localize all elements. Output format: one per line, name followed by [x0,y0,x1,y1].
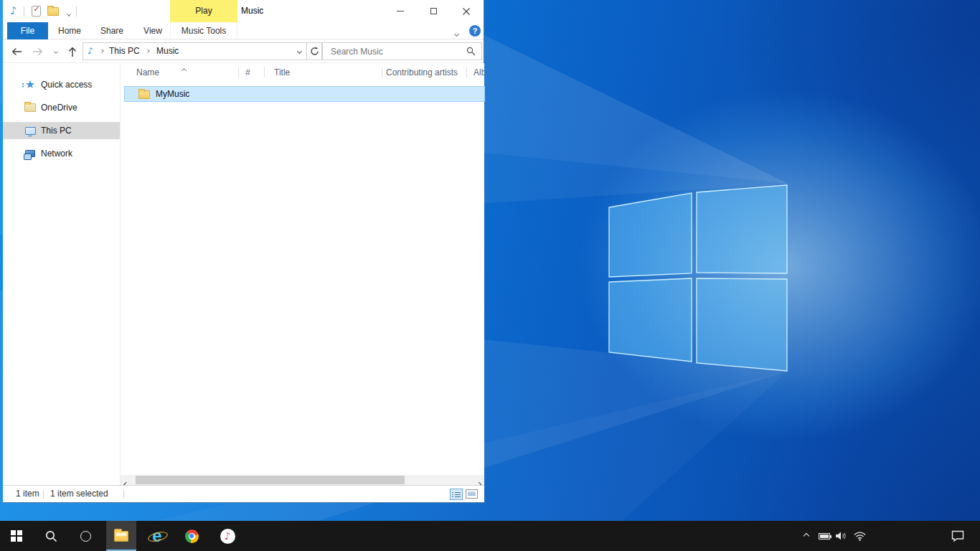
column-header-album[interactable]: Alb [473,63,486,82]
new-folder-icon[interactable] [47,7,59,16]
chevron-right-icon[interactable] [100,49,104,53]
sidebar-item-onedrive[interactable]: OneDrive [3,99,120,116]
refresh-icon [310,47,319,56]
up-button[interactable] [63,39,82,63]
back-icon [11,47,22,56]
file-row-mymusic[interactable]: MyMusic [124,86,485,102]
breadcrumb-this-pc[interactable]: This PC [109,43,140,60]
column-header-title[interactable]: Title [274,63,290,82]
horizontal-scrollbar[interactable] [121,475,484,485]
cortana-icon [80,531,91,542]
sidebar-item-this-pc[interactable]: This PC [3,122,120,139]
status-bar: 1 item 1 item selected [3,485,484,502]
customize-quick-access-toolbar-button[interactable] [65,8,72,18]
properties-icon[interactable]: ✓ [32,6,41,17]
battery-icon[interactable] [816,521,832,551]
title-bar: ♪ ✓ Play Music [3,0,484,22]
back-button[interactable] [7,39,26,63]
column-separator[interactable] [382,67,382,78]
internet-explorer-icon: e [146,526,168,546]
details-view-button[interactable] [450,489,463,500]
action-center-icon [951,530,964,542]
item-count: 1 item [16,486,39,502]
sidebar-item-quick-access[interactable]: ★ Quick access [3,76,120,93]
folder-icon [138,90,150,99]
search-box[interactable] [321,42,482,60]
taskbar: e ♪ [0,521,980,551]
onedrive-folder-icon [24,101,37,114]
file-explorer-icon [114,531,128,542]
search-icon [466,47,476,56]
expand-ribbon-button[interactable] [455,28,458,38]
tab-file[interactable]: File [7,22,48,39]
column-header-number[interactable]: # [245,63,250,82]
help-button[interactable]: ? [469,25,481,37]
minimize-button[interactable] [384,0,417,22]
tray-expand-button[interactable] [798,521,815,551]
search-icon [45,530,57,542]
music-note-icon: ♪ [88,46,93,56]
window-title: Music [241,0,263,22]
up-icon [68,46,77,57]
sort-ascending-icon [182,68,187,73]
close-button[interactable] [450,0,483,22]
column-separator[interactable] [264,67,265,78]
action-center-button[interactable] [948,521,967,551]
music-note-icon: ♪ [10,4,17,17]
tab-share[interactable]: Share [91,22,133,39]
itunes-icon: ♪ [220,529,235,544]
recent-locations-button[interactable] [50,39,62,63]
breadcrumb-music[interactable]: Music [156,43,179,60]
wifi-icon[interactable] [851,521,868,551]
taskbar-chrome-button[interactable] [175,521,208,551]
navigation-bar: ♪ This PC Music [3,39,484,63]
volume-icon[interactable] [832,521,849,551]
file-list-pane: Name # Title Contributing artists Alb My… [121,63,484,475]
separator [123,490,124,499]
network-icon [24,147,37,160]
tab-view[interactable]: View [133,22,173,39]
taskbar-file-explorer-button[interactable] [106,521,136,551]
this-pc-icon [24,124,37,137]
windows-logo [609,185,787,371]
large-icons-view-button[interactable] [466,489,478,499]
refresh-button[interactable] [306,42,323,60]
column-header-artists[interactable]: Contributing artists [386,63,458,82]
start-button[interactable] [0,521,33,551]
forward-button[interactable] [29,39,47,63]
wifi-signal-icon [853,531,867,541]
forward-icon [32,47,44,56]
chevron-right-icon[interactable] [146,49,150,53]
windows-logo-icon [11,530,22,542]
address-dropdown-icon[interactable] [297,49,302,54]
speaker-icon [835,531,847,541]
quick-access-star-icon: ★ [24,78,37,91]
search-input[interactable] [322,43,481,60]
separator [24,6,24,17]
column-header-name[interactable]: Name [136,63,159,82]
chrome-icon [185,529,199,543]
cortana-button[interactable] [69,521,102,551]
ribbon-tab-bar: File Home Share View Music Tools ? [3,22,484,39]
column-separator[interactable] [238,67,239,78]
file-explorer-window: ♪ ✓ Play Music File Home Share View Musi… [3,0,484,503]
sidebar-item-network[interactable]: Network [3,145,120,162]
selection-count: 1 item selected [50,486,108,502]
address-bar[interactable]: ♪ This PC Music [83,42,307,60]
scrollbar-thumb[interactable] [136,476,405,484]
maximize-button[interactable] [417,0,450,22]
column-separator[interactable] [466,67,467,78]
ribbon-contextual-tab-play[interactable]: Play [170,0,237,22]
tab-home[interactable]: Home [48,22,91,39]
taskbar-internet-explorer-button[interactable]: e [141,521,174,551]
separator [43,490,44,499]
close-icon [463,8,470,15]
tab-music-tools[interactable]: Music Tools [170,22,237,39]
taskbar-itunes-button[interactable]: ♪ [211,521,244,551]
separator [76,6,77,17]
taskbar-search-button[interactable] [34,521,67,551]
